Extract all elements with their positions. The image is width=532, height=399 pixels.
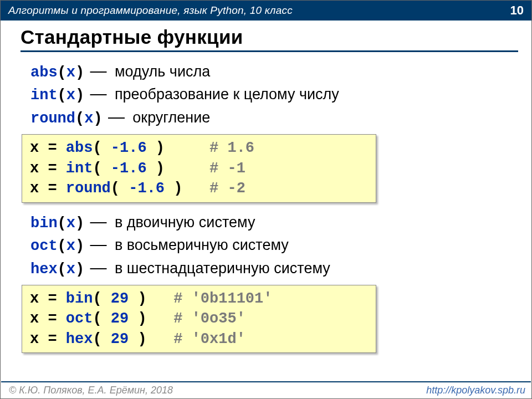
- copyright: © К.Ю. Поляков, Е.А. Ерёмин, 2018: [9, 385, 173, 396]
- code-line: x = oct( 29 ) # '0o35': [30, 309, 368, 329]
- definition-text: модуль числа: [115, 63, 210, 80]
- dash-separator: —: [84, 62, 115, 80]
- function-signature: round(x): [30, 110, 103, 127]
- definitions-block-1: abs(x) — модуль числаint(x) — преобразов…: [30, 60, 518, 129]
- content: Стандартные функции abs(x) — модуль числ…: [1, 21, 531, 361]
- definitions-block-2: bin(x) — в двоичную системуoct(x) — в во…: [30, 211, 518, 279]
- definition-row: int(x) — преобразование к целому числу: [30, 83, 518, 105]
- footer-url: http://kpolyakov.spb.ru: [426, 385, 525, 396]
- function-signature: oct(x): [30, 238, 84, 254]
- definition-row: oct(x) — в восьмеричную систему: [30, 233, 518, 256]
- header-bar: Алгоритмы и программирование, язык Pytho…: [1, 1, 531, 21]
- definition-text: в двоичную систему: [115, 214, 255, 231]
- function-signature: abs(x): [30, 64, 84, 81]
- definition-row: abs(x) — модуль числа: [30, 60, 518, 83]
- dash-separator: —: [103, 108, 133, 126]
- definition-text: в шестнадцатеричную систему: [115, 260, 330, 277]
- dash-separator: —: [84, 84, 115, 103]
- definition-text: преобразование к целому числу: [115, 86, 339, 103]
- code-line: x = bin( 29 ) # '0b11101': [30, 289, 368, 309]
- page-number: 10: [510, 3, 524, 18]
- slide: Алгоритмы и программирование, язык Pytho…: [0, 0, 532, 399]
- header-title: Алгоритмы и программирование, язык Pytho…: [8, 4, 293, 17]
- function-signature: bin(x): [30, 215, 84, 232]
- definition-row: hex(x) — в шестнадцатеричную систему: [30, 257, 518, 279]
- dash-separator: —: [84, 235, 115, 253]
- definition-row: bin(x) — в двоичную систему: [30, 211, 518, 233]
- function-signature: int(x): [30, 87, 84, 104]
- function-signature: hex(x): [30, 261, 84, 278]
- dash-separator: —: [84, 258, 115, 277]
- definition-text: округление: [132, 109, 210, 126]
- dash-separator: —: [84, 212, 115, 231]
- definition-row: round(x) — округление: [30, 106, 518, 129]
- code-line: x = int( -1.6 ) # -1: [30, 158, 368, 178]
- code-line: x = round( -1.6 ) # -2: [30, 178, 368, 198]
- slide-title: Стандартные функции: [21, 26, 518, 52]
- definition-text: в восьмеричную систему: [115, 237, 289, 253]
- code-box-1: x = abs( -1.6 ) # 1.6x = int( -1.6 ) # -…: [22, 134, 376, 202]
- footer-bar: © К.Ю. Поляков, Е.А. Ерёмин, 2018 http:/…: [1, 381, 531, 398]
- code-line: x = hex( 29 ) # '0x1d': [30, 329, 368, 349]
- code-box-2: x = bin( 29 ) # '0b11101'x = oct( 29 ) #…: [22, 285, 376, 353]
- code-line: x = abs( -1.6 ) # 1.6: [30, 138, 368, 158]
